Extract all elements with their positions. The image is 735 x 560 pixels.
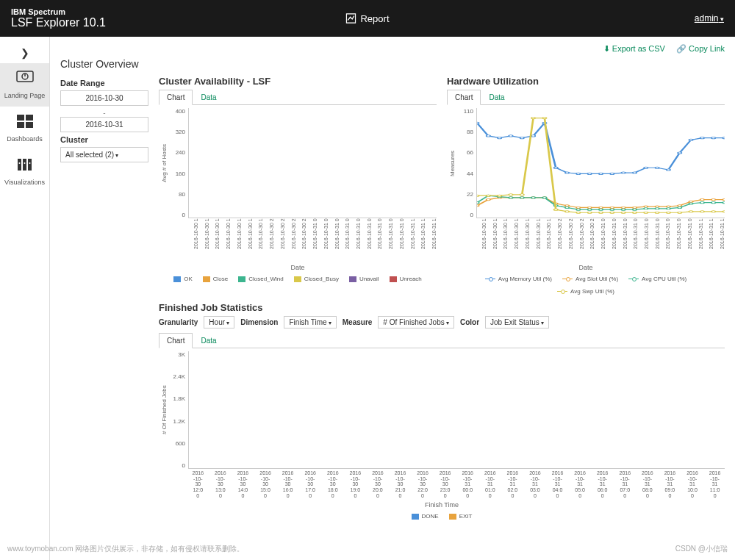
filter-panel: Date Range 2016-10-30 - 2016-10-31 Clust… [60,76,148,520]
svg-rect-9 [28,159,32,170]
svg-point-53 [667,206,670,207]
svg-point-29 [655,167,659,168]
svg-rect-3 [17,115,24,121]
brand: IBM Spectrum [11,7,106,16]
date-range-label: Date Range [60,79,148,87]
svg-point-78 [689,203,692,204]
svg-rect-6 [26,122,33,128]
y-axis-label: Measures [447,108,456,218]
measure-dropdown[interactable]: # Of Finished Jobs [378,316,454,329]
svg-point-99 [667,212,670,213]
granularity-dropdown[interactable]: Hour [204,316,234,329]
hardware-legend: Avg Memory Util (%)Avg Slot Util (%)Avg … [447,276,725,295]
svg-point-63 [520,197,524,198]
content-area: ⬇ Export as CSV 🔗 Copy Link Cluster Over… [50,37,735,560]
svg-point-98 [655,212,659,213]
sidebar-item-landing[interactable]: Landing Page [0,63,49,107]
svg-point-57 [711,198,715,200]
svg-point-50 [633,207,637,208]
svg-point-32 [689,139,692,140]
cluster-label: Cluster [60,135,148,144]
cluster-dropdown[interactable]: All selected (2) [60,147,148,162]
svg-point-81 [723,201,725,203]
svg-point-11 [24,162,25,164]
svg-point-25 [610,173,614,174]
dimension-label: Dimension [240,318,278,326]
report-tab-label: Report [360,13,389,24]
date-from-input[interactable]: 2016-10-30 [60,90,148,106]
tab-chart[interactable]: Chart [447,90,481,105]
x-axis: 2016-10-3012:002016-10-3013:002016-10-30… [188,469,725,498]
svg-point-46 [587,207,591,208]
svg-point-79 [700,201,704,203]
svg-point-92 [587,212,591,213]
dashboard-icon [1,114,48,132]
sidebar-item-label: Dashboards [7,135,43,143]
availability-legend: OKCloseClosed_WindClosed_BusyUnavailUnre… [159,276,437,282]
sidebar-item-label: Visualizations [4,179,45,186]
chart-title: Hardware Utilization [447,76,725,87]
tab-data[interactable]: Data [481,90,512,104]
svg-point-47 [599,207,603,208]
svg-point-52 [655,206,659,207]
svg-point-45 [576,207,580,208]
sidebar-item-visualizations[interactable]: Visualizations [0,150,49,193]
svg-point-72 [621,209,625,210]
svg-point-34 [711,137,715,138]
color-label: Color [460,318,479,326]
svg-point-27 [633,172,637,173]
report-tab[interactable]: Report [345,13,389,24]
svg-point-88 [542,117,546,118]
svg-rect-4 [26,115,33,121]
svg-point-16 [509,135,512,137]
svg-point-58 [723,198,725,200]
x-axis-label: Date [159,264,437,271]
sidebar: ❯ Landing Page Dashboards Visualizations [0,37,50,560]
user-menu[interactable]: admin [695,13,724,24]
tab-data[interactable]: Data [193,333,224,348]
svg-point-26 [621,172,625,173]
sidebar-item-dashboards[interactable]: Dashboards [0,107,49,150]
svg-point-36 [477,205,479,207]
svg-point-24 [599,173,603,174]
tab-chart[interactable]: Chart [159,333,193,348]
y-axis: 3K2.4K1.8K1.2K6000 [168,351,188,469]
svg-point-35 [723,137,725,138]
svg-point-89 [554,209,558,210]
svg-rect-5 [17,122,24,128]
svg-point-90 [565,211,569,212]
sidebar-item-label: Landing Page [4,92,46,99]
sidebar-toggle[interactable]: ❯ [0,43,49,63]
finished-controls: Granularity Hour Dimension Finish Time M… [159,316,725,329]
copy-link[interactable]: 🔗 Copy Link [676,44,725,53]
svg-point-69 [587,209,591,210]
svg-point-62 [509,197,512,198]
svg-point-21 [565,172,569,173]
chart-title: Finished Job Statistics [159,302,725,313]
svg-point-102 [700,211,704,212]
svg-point-10 [18,162,20,164]
svg-point-84 [498,195,501,196]
tab-data[interactable]: Data [193,90,224,104]
svg-point-56 [700,198,704,200]
tab-chart[interactable]: Chart [159,90,193,105]
chart-title: Cluster Availability - LSF [159,76,437,87]
color-dropdown[interactable]: Job Exit Status [485,316,549,329]
svg-point-48 [610,207,614,208]
page-title: Cluster Overview [60,58,725,70]
svg-point-17 [520,137,524,138]
date-to-input[interactable]: 2016-10-31 [60,117,148,132]
csdn-credit: CSDN @小信瑞 [675,544,728,554]
y-axis: 400320240160800 [168,108,188,218]
export-csv-link[interactable]: ⬇ Export as CSV [603,44,665,53]
svg-point-94 [610,212,614,213]
svg-point-68 [576,209,580,210]
y-axis-label: # Of Finished Jobs [159,351,168,469]
svg-point-23 [587,173,591,174]
svg-point-80 [711,201,715,203]
dimension-dropdown[interactable]: Finish Time [284,316,336,329]
svg-point-95 [621,212,625,213]
svg-point-59 [477,201,479,203]
svg-point-71 [610,209,614,210]
svg-rect-7 [18,159,21,170]
